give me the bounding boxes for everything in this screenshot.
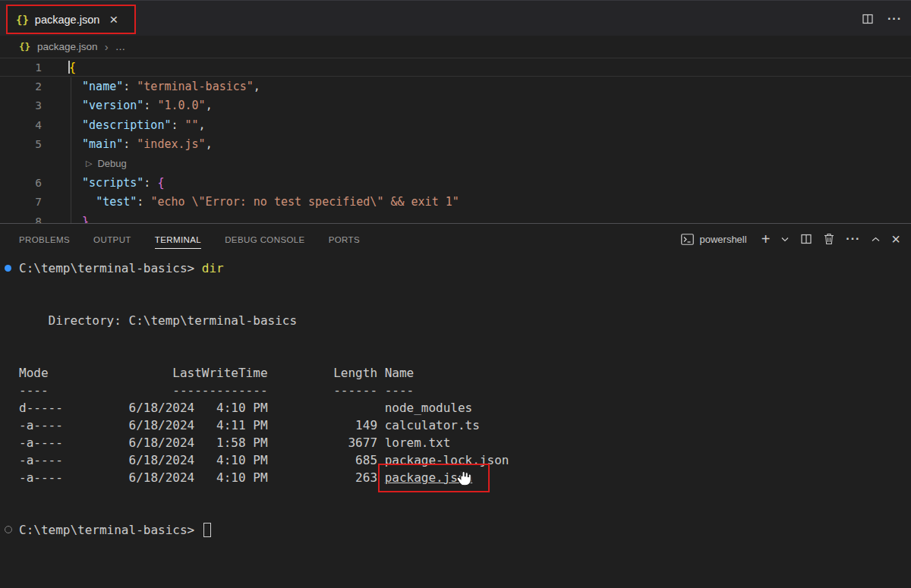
- code-line-8[interactable]: 8 }: [0, 212, 911, 223]
- codelens-debug-link[interactable]: Debug: [97, 158, 126, 169]
- terminal-text: ---- ------------- ------ ----: [19, 383, 414, 398]
- terminal-text: -a---- 6/18/2024 4:10 PM 685 package-loc…: [19, 453, 509, 467]
- code-line-7[interactable]: 7 "test": "echo \"Error: no test specifi…: [0, 193, 911, 212]
- panel-more-actions-icon[interactable]: ···: [846, 235, 860, 243]
- code-token: :: [123, 137, 137, 151]
- close-panel-icon[interactable]: ×: [891, 235, 900, 243]
- terminal-line: [0, 347, 911, 364]
- line-number: 7: [0, 196, 42, 208]
- code-token: "": [185, 118, 199, 132]
- breadcrumb[interactable]: {} package.json › …: [0, 36, 911, 58]
- terminal-line: -a---- 6/18/2024 4:11 PM 149 calculator.…: [0, 417, 911, 434]
- code-line-5[interactable]: 5 "main": "index.js",: [0, 135, 911, 154]
- editor-actions: ···: [862, 1, 902, 36]
- split-editor-icon[interactable]: [862, 13, 874, 25]
- panel-tab-debug-console[interactable]: DEBUG CONSOLE: [225, 230, 305, 249]
- terminal-line: -a---- 6/18/2024 4:10 PM 685 package-loc…: [0, 451, 911, 469]
- maximize-panel-chevron-up-icon[interactable]: [872, 237, 880, 242]
- line-number: 6: [0, 177, 42, 189]
- terminal-line: -a---- 6/18/2024 1:58 PM 3677 lorem.txt: [0, 434, 911, 451]
- terminal-text: -a---- 6/18/2024 1:58 PM 3677 lorem.txt: [19, 435, 450, 450]
- terminal-text: C:\temp\terminal-basics>: [19, 261, 202, 275]
- prompt-decoration-icon: [5, 526, 12, 533]
- code-token: "echo \"Error: no test specified\" && ex…: [150, 195, 459, 209]
- terminal-actions: powershell + ··· ×: [681, 233, 900, 245]
- code-token: :: [137, 195, 150, 209]
- terminal-line: -a---- 6/18/2024 4:10 PM 263 package.jso…: [0, 469, 911, 486]
- tab-label: package.json: [35, 14, 99, 26]
- code-token: "index.js": [137, 137, 205, 151]
- terminal-block-cursor: [203, 523, 211, 537]
- split-terminal-icon[interactable]: [800, 233, 812, 245]
- code-text: "name": "terminal-basics",: [68, 80, 260, 93]
- line-number: 5: [0, 138, 42, 150]
- panel-tab-problems[interactable]: PROBLEMS: [19, 230, 70, 249]
- powershell-terminal-icon: [681, 234, 694, 245]
- code-text: "description": "",: [68, 118, 206, 132]
- code-text: }: [68, 215, 89, 223]
- code-token: "1.0.0": [157, 99, 205, 112]
- terminal-link-package-json[interactable]: package.json: [385, 470, 473, 485]
- line-number: 3: [0, 99, 42, 112]
- breadcrumb-file[interactable]: package.json: [37, 41, 98, 52]
- terminal-text: -a---- 6/18/2024 4:10 PM 263: [19, 470, 385, 485]
- code-token: "description": [82, 118, 171, 132]
- terminal-line: C:\temp\terminal-basics>: [0, 521, 911, 539]
- code-token: [68, 215, 82, 223]
- code-token: "test": [96, 195, 137, 209]
- terminal-text: -a---- 6/18/2024 4:11 PM 149 calculator.…: [19, 418, 480, 432]
- code-token: :: [143, 176, 157, 190]
- kill-terminal-trash-icon[interactable]: [824, 233, 834, 245]
- editor-more-actions-icon[interactable]: ···: [887, 15, 902, 23]
- panel-tab-terminal[interactable]: TERMINAL: [155, 230, 201, 249]
- breadcrumb-symbol-ellipsis[interactable]: …: [115, 41, 126, 52]
- code-line-4[interactable]: 4 "description": "",: [0, 115, 911, 134]
- code-token: "terminal-basics": [137, 80, 254, 93]
- code-text: {: [68, 61, 76, 74]
- terminal-content[interactable]: C:\temp\terminal-basics> dir Directory: …: [0, 254, 911, 588]
- code-editor[interactable]: 1{2 "name": "terminal-basics",3 "version…: [0, 58, 911, 223]
- code-token: "version": [82, 99, 143, 112]
- code-token: [68, 118, 82, 132]
- panel-header: PROBLEMSOUTPUTTERMINALDEBUG CONSOLEPORTS…: [0, 224, 911, 254]
- code-token: :: [143, 99, 157, 112]
- terminal-line: C:\temp\terminal-basics> dir: [0, 259, 911, 277]
- line-number: 8: [0, 215, 42, 223]
- code-token: ,: [199, 118, 206, 132]
- close-tab-icon[interactable]: ×: [109, 14, 118, 25]
- terminal-text: C:\temp\terminal-basics>: [19, 523, 202, 537]
- json-file-icon: {}: [19, 41, 30, 52]
- terminal-text: Directory: C:\temp\terminal-basics: [19, 313, 297, 328]
- code-token: [68, 80, 82, 93]
- code-token: :: [171, 118, 184, 132]
- vscode-window: {} package.json × ··· {} package.json › …: [0, 0, 911, 588]
- tab-package-json[interactable]: {} package.json ×: [6, 5, 136, 34]
- command-decoration-icon: [5, 265, 11, 272]
- code-text: "test": "echo \"Error: no test specified…: [68, 195, 459, 209]
- code-line-6[interactable]: 6 "scripts": {: [0, 173, 911, 192]
- code-line-3[interactable]: 3 "version": "1.0.0",: [0, 96, 911, 115]
- json-file-icon: {}: [16, 14, 29, 26]
- terminal-line: [0, 486, 911, 504]
- code-text: "version": "1.0.0",: [68, 99, 213, 112]
- code-token: ,: [254, 80, 260, 93]
- terminal-profile-chevron-down-icon[interactable]: [781, 237, 789, 242]
- panel-tab-output[interactable]: OUTPUT: [93, 230, 131, 249]
- terminal-line: Directory: C:\temp\terminal-basics: [0, 312, 911, 329]
- code-line-2[interactable]: 2 "name": "terminal-basics",: [0, 77, 911, 96]
- terminal-text: Mode LastWriteTime Length Name: [19, 366, 414, 380]
- code-line-1[interactable]: 1{: [0, 58, 911, 77]
- panel-tab-ports[interactable]: PORTS: [329, 230, 360, 249]
- code-token: ,: [206, 137, 213, 151]
- new-terminal-icon[interactable]: +: [761, 234, 771, 244]
- code-token: [68, 137, 82, 151]
- panel-tabs: PROBLEMSOUTPUTTERMINALDEBUG CONSOLEPORTS: [19, 230, 360, 249]
- code-token: :: [123, 80, 137, 93]
- terminal-instance[interactable]: powershell: [681, 234, 746, 245]
- editor-tab-bar: {} package.json × ···: [0, 0, 911, 36]
- terminal-line: Mode LastWriteTime Length Name: [0, 364, 911, 382]
- code-text: "scripts": {: [68, 176, 164, 190]
- line-number: 2: [0, 80, 42, 93]
- code-text: "main": "index.js",: [68, 137, 213, 151]
- code-token: "main": [82, 137, 123, 151]
